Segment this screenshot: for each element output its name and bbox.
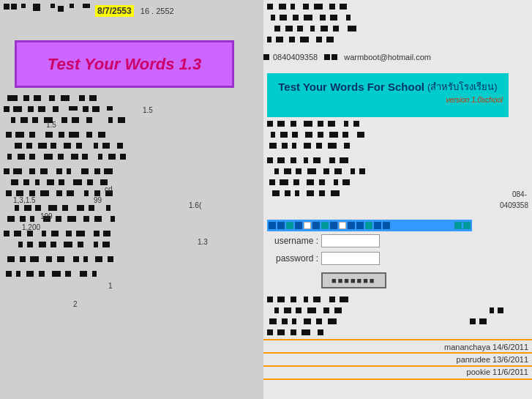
left-panel: 8/7/2553 16 . 2552 Test Your Words 1.3 [0,0,263,399]
num-2: 2 [73,300,78,308]
blue-progress-bar [267,220,472,231]
comment-1: mananchaya 14/6/2011 [444,342,528,352]
phone-right-2: 0409358 [500,200,528,210]
pixel-deco-top-right [263,0,532,48]
title-box-right: Test Your Words For School (สำหรับโรงเรี… [267,73,509,117]
orange-line-4 [263,379,532,380]
pixel-deco-mid-left [0,95,263,300]
title-box-left: Test Your Words 1.3 [15,40,234,88]
date-area: 8/7/2553 16 . 2552 [95,6,174,16]
contact-phone: 0840409358 [273,53,318,61]
pixel-deco-mid-right: 084- 0409358 [263,121,532,216]
date-text: 8/7/2553 [95,5,134,17]
num-99: 99 [94,196,102,204]
password-label: password : [267,253,318,264]
right-title-thai: (สำหรับโรงเรียน) [427,79,498,94]
username-input[interactable] [321,234,380,247]
login-form: username : password : ■■■■■■■ [267,234,386,288]
comment-3: pookie 11/6/2011 [467,367,528,377]
login-button[interactable]: ■■■■■■■ [321,272,386,288]
num-1-5-a: 1.5 [143,106,153,114]
time-num: 16 [141,7,149,15]
num-1-3: 1.3 [198,238,208,246]
num-1315: 1,3,1.5 [13,196,36,204]
right-panel: 0840409358 warmboot@hotmail.com Test You… [263,0,532,399]
num-16: 1.6( [189,201,201,209]
right-version: version 1.0school [446,96,503,104]
orange-line-1 [263,339,532,340]
pixel-deco-top-left [0,0,95,40]
contact-email: warmboot@hotmail.com [344,53,431,61]
num-1-5-b: 1.5 [46,121,56,129]
num-cd: cd [105,185,113,193]
phone-right: 084- [512,190,527,198]
num-1: 1 [108,282,113,290]
left-title: Test Your Words 1.3 [48,55,201,74]
orange-line-2 [263,352,532,354]
num-1200: 1,200 [22,223,40,231]
year-text: . 2552 [151,7,174,15]
comment-2: panrudee 13/6/2011 [457,354,528,365]
username-label: username : [267,236,318,246]
password-input[interactable] [321,252,380,265]
num-199: 199 [40,212,53,220]
contact-info-row: 0840409358 warmboot@hotmail.com [263,53,431,61]
pixel-deco-bottom-right [263,297,532,340]
right-title-main: Test Your Words For School [278,81,424,93]
